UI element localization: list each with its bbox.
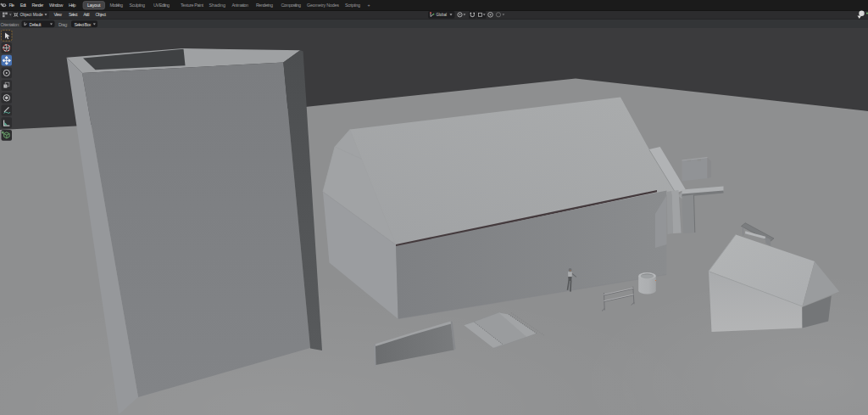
svg-text:Modeling: Modeling (110, 3, 124, 8)
svg-text:Select Box: Select Box (75, 22, 92, 27)
svg-text:UV Editing: UV Editing (153, 3, 170, 8)
svg-text:Select: Select (69, 12, 78, 17)
svg-text:View: View (54, 12, 63, 17)
svg-text:Scripting: Scripting (345, 3, 360, 8)
svg-text:Window: Window (49, 3, 63, 8)
svg-text:Drag:: Drag: (58, 22, 68, 27)
svg-text:Default: Default (30, 22, 42, 27)
svg-text:Layout: Layout (87, 3, 101, 8)
svg-text:File: File (9, 3, 14, 8)
svg-text:Object: Object (96, 12, 107, 17)
svg-text:+: + (368, 3, 370, 8)
svg-text:Add: Add (83, 12, 89, 17)
svg-text:Rendering: Rendering (256, 3, 273, 8)
svg-text:Animation: Animation (232, 3, 249, 8)
svg-text:Global: Global (437, 12, 448, 17)
svg-text:Shading: Shading (209, 3, 226, 8)
svg-text:Texture Paint: Texture Paint (181, 3, 204, 8)
svg-text:Edit: Edit (20, 3, 27, 8)
svg-text:Help: Help (69, 3, 75, 8)
svg-text:Render: Render (32, 3, 44, 8)
svg-text:Geometry Nodes: Geometry Nodes (307, 3, 339, 8)
svg-text:Object Mode: Object Mode (19, 12, 42, 17)
svg-text:Compositing: Compositing (281, 3, 302, 8)
svg-text:Orientation:: Orientation: (1, 22, 20, 27)
svg-text:Sculpting: Sculpting (130, 3, 146, 8)
